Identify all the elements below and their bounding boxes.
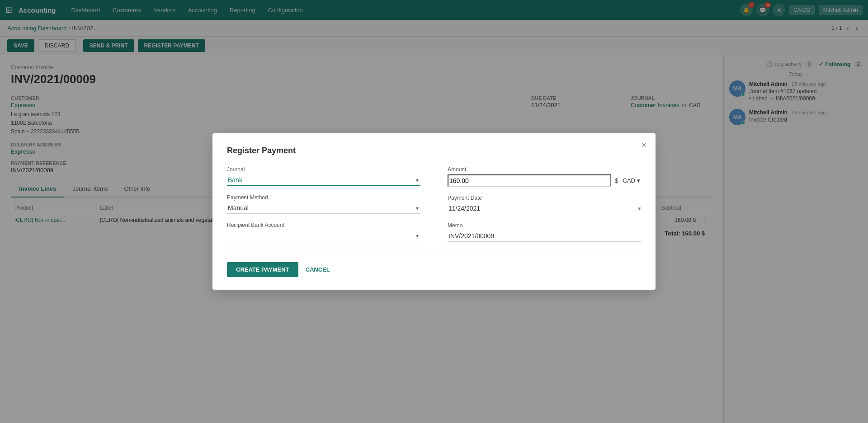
modal-currency-value: CAD: [623, 177, 635, 184]
modal-amount-label: Amount: [448, 166, 641, 173]
modal-currency-chevron-icon: ▾: [637, 177, 640, 184]
modal-currency-symbol: $: [615, 177, 618, 184]
modal-left-col: Journal Bank ▾ Payment Method Manual: [227, 166, 420, 242]
modal-memo-field: Memo: [448, 222, 641, 242]
modal-recipient-bank-select[interactable]: [227, 230, 420, 241]
calendar-icon[interactable]: ▾: [638, 205, 641, 212]
modal-journal-field: Journal Bank ▾: [227, 166, 420, 186]
modal-payment-date-wrapper: ▾: [448, 203, 641, 214]
modal-payment-method-select[interactable]: Manual: [227, 202, 420, 214]
create-payment-button[interactable]: CREATE PAYMENT: [227, 262, 298, 277]
modal-payment-method-field: Payment Method Manual ▾: [227, 194, 420, 214]
modal-journal-select[interactable]: Bank: [227, 174, 420, 186]
modal-amount-row: $ CAD ▾: [448, 174, 641, 187]
modal-close-button[interactable]: ×: [642, 141, 646, 150]
register-payment-modal: Register Payment × Journal Bank ▾ Paymen…: [212, 133, 656, 290]
modal-payment-method-select-wrapper: Manual ▾: [227, 202, 420, 214]
modal-recipient-bank-field: Recipient Bank Account ▾: [227, 222, 420, 241]
modal-payment-date-input[interactable]: [448, 203, 636, 214]
modal-right-col: Amount $ CAD ▾ Payment Date ▾: [448, 166, 641, 242]
modal-overlay[interactable]: Register Payment × Journal Bank ▾ Paymen…: [0, 0, 868, 423]
modal-amount-field: Amount $ CAD ▾: [448, 166, 641, 187]
modal-recipient-bank-label: Recipient Bank Account: [227, 222, 420, 228]
modal-payment-date-field: Payment Date ▾: [448, 195, 641, 214]
modal-journal-select-wrapper: Bank ▾: [227, 174, 420, 186]
cancel-button[interactable]: CANCEL: [304, 262, 332, 277]
modal-amount-input[interactable]: [448, 174, 611, 187]
modal-divider: [227, 253, 641, 253]
modal-title: Register Payment: [227, 146, 641, 155]
modal-payment-date-label: Payment Date: [448, 195, 641, 201]
modal-currency-select[interactable]: CAD ▾: [622, 175, 641, 186]
modal-memo-input[interactable]: [448, 230, 641, 242]
modal-journal-label: Journal: [227, 166, 420, 173]
modal-actions: CREATE PAYMENT CANCEL: [227, 262, 641, 277]
modal-recipient-bank-select-wrapper: ▾: [227, 230, 420, 241]
modal-memo-label: Memo: [448, 222, 641, 229]
modal-body: Journal Bank ▾ Payment Method Manual: [227, 166, 641, 242]
modal-payment-method-label: Payment Method: [227, 194, 420, 201]
